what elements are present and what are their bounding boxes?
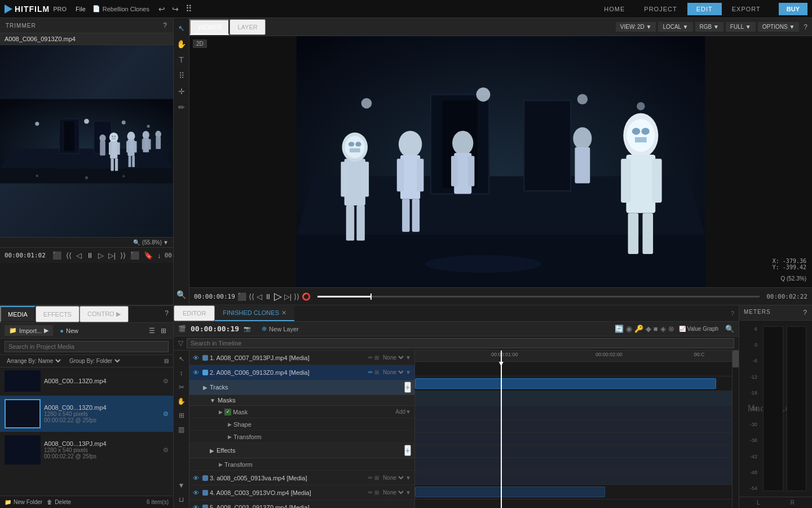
layer-blend-select[interactable]: None	[381, 354, 405, 361]
tab-edit[interactable]: EDIT	[687, 3, 722, 15]
tl-down-btn[interactable]: ▼	[175, 479, 188, 492]
effects-transform-arrow[interactable]: ▶	[219, 462, 223, 467]
layer-row[interactable]: 👁 2. A008_C006_0913Z0.mp4 [Media] ✏ ⊞ No…	[189, 365, 414, 380]
snapshot-icon[interactable]: 📷	[244, 326, 250, 332]
grid-button[interactable]: ⠿	[186, 3, 192, 14]
media-item[interactable]: A008_C00...13PJ.mp4 1280 x 540 pixels 00…	[0, 432, 173, 468]
masks-section-header[interactable]: ▼ Masks	[189, 395, 414, 406]
text-tool-btn[interactable]: T	[175, 53, 188, 67]
tab-editor[interactable]: EDITOR	[174, 305, 215, 321]
group-by-select[interactable]: Group By: Folder	[67, 357, 122, 365]
shape-arrow[interactable]: ▶	[228, 422, 232, 427]
trim-next-btn[interactable]: ⟩⟩	[119, 250, 127, 261]
mask-transform-arrow[interactable]: ▶	[228, 434, 232, 440]
timeline-search-input[interactable]	[187, 338, 734, 348]
editor-help[interactable]: ?	[726, 310, 739, 317]
layer-3-blend-select[interactable]: None	[381, 474, 405, 481]
trim-prev-btn[interactable]: ⟨⟨	[65, 250, 73, 261]
timeline-scrollbar[interactable]	[732, 351, 739, 508]
viewer-trim-in[interactable]: ⬛	[237, 292, 246, 301]
tl-ripple-btn[interactable]: ↕	[175, 367, 188, 379]
new-layer-button[interactable]: ⊕ New Layer	[262, 325, 299, 332]
trim-marker-btn[interactable]: 🔖	[143, 250, 154, 261]
effects-add-button[interactable]: +	[404, 445, 411, 456]
track-row-2[interactable]	[415, 376, 732, 391]
full-option[interactable]: FULL ▼	[726, 22, 756, 32]
layer-row-3[interactable]: 👁 3. a008_c005_0913va.mp4 [Media] ✏ ⊞ No…	[189, 471, 414, 485]
new-folder-button[interactable]: 📁 New Folder	[5, 499, 42, 505]
tl-u-btn[interactable]: ⊔	[175, 493, 188, 506]
viewer-stop[interactable]: ⏸	[264, 292, 272, 301]
view-2d-option[interactable]: VIEW: 2D ▼	[616, 22, 656, 32]
tl-key-btn[interactable]: 🔑	[634, 325, 643, 333]
viewer-step-back[interactable]: ◁	[257, 292, 262, 301]
local-option[interactable]: LOCAL ▼	[658, 22, 692, 32]
track-clip-2[interactable]	[415, 378, 716, 389]
tl-slice-btn[interactable]: ✂	[175, 381, 188, 393]
tab-export[interactable]: EXPORT	[723, 3, 770, 15]
tab-effects[interactable]: EFFECTS	[36, 306, 80, 322]
tl-diamond2-btn[interactable]: ◈	[660, 325, 666, 333]
effects-transform-row[interactable]: ▶ Transform	[189, 458, 414, 471]
layer-dropdown-arrow[interactable]: ▼	[405, 354, 411, 361]
trim-in-btn[interactable]: ⬛	[51, 250, 63, 261]
grid-tool-btn[interactable]: ⠿	[175, 69, 188, 82]
viewer-play[interactable]: ▷	[274, 290, 282, 303]
viewer-help[interactable]: ?	[804, 23, 807, 31]
tl-select-btn[interactable]: ↖	[175, 353, 188, 365]
layer-row-4[interactable]: 👁 4. A008_C003_0913VO.mp4 [Media] ✏ ⊞ No…	[189, 485, 414, 500]
tab-layer[interactable]: LAYER	[230, 19, 265, 35]
tab-home[interactable]: HOME	[595, 3, 634, 15]
undo-button[interactable]: ↩	[156, 3, 167, 15]
trim-stop-btn[interactable]: ⏸	[85, 250, 95, 261]
layer-visibility-eye[interactable]: 👁	[193, 354, 201, 361]
layer-3-eye[interactable]: 👁	[193, 475, 201, 481]
viewer-step-fwd[interactable]: ▷|	[284, 292, 292, 301]
track-row-1[interactable]	[415, 362, 732, 376]
layer-4-blend-select[interactable]: None	[381, 489, 405, 496]
tl-zoom-btn[interactable]: ⊞	[175, 409, 188, 422]
grid-view-btn[interactable]: ⊞	[158, 326, 169, 336]
effects-section-header[interactable]: ▶ Effects +	[189, 443, 414, 458]
arrange-by-select[interactable]: Arrange By: Name	[5, 357, 63, 365]
layer-dropdown-arrow-2[interactable]: ▼	[405, 369, 411, 375]
media-gear-icon-selected[interactable]: ⚙	[163, 410, 169, 418]
trim-step-back-btn[interactable]: ◁	[75, 250, 83, 261]
new-media-button[interactable]: ● New	[56, 326, 82, 336]
media-item[interactable]: A008_C00...13Z0.mp4 ⚙	[0, 367, 173, 395]
track-clip-3[interactable]	[415, 487, 605, 497]
menu-file[interactable]: File	[76, 6, 86, 12]
viewer-next[interactable]: ⟩⟩	[294, 292, 299, 301]
mask-dropdown-icon[interactable]: ▼	[405, 409, 411, 415]
rgb-option[interactable]: RGB ▼	[695, 22, 723, 32]
tl-marker-btn[interactable]: ◉	[626, 325, 632, 333]
mask-row[interactable]: ▶ ✓ Mask Add ▼	[189, 406, 414, 418]
media-item[interactable]: A008_C00...13Z0.mp4 1280 x 540 pixels 00…	[0, 396, 173, 432]
tracks-add-button[interactable]: +	[404, 382, 411, 393]
trimmer-help[interactable]: ?	[163, 21, 167, 29]
redo-button[interactable]: ↪	[170, 3, 181, 15]
tl-media-btn[interactable]: ▥	[175, 423, 188, 436]
trimmer-zoom-dropdown[interactable]: ▼	[163, 239, 169, 246]
delete-button[interactable]: 🗑 Delete	[47, 499, 71, 505]
viewer-prev[interactable]: ⟨⟨	[249, 292, 254, 301]
tab-viewer[interactable]: VIEWER	[189, 19, 230, 35]
mask-checkbox[interactable]: ✓	[224, 409, 231, 415]
viewer-progress-bar[interactable]	[317, 296, 760, 297]
layer-5-eye[interactable]: 👁	[193, 504, 201, 509]
trim-play-btn[interactable]: ▷	[97, 250, 105, 261]
hand-tool-btn[interactable]: ✋	[175, 37, 188, 51]
tab-controls[interactable]: CONTRO ▶	[80, 306, 129, 322]
tab-media[interactable]: MEDIA	[0, 306, 36, 322]
layer-visibility-eye-2[interactable]: 👁	[193, 369, 201, 376]
mask-transform-row[interactable]: ▶ Transform	[189, 431, 414, 443]
tl-square-btn[interactable]: ■	[654, 325, 658, 333]
tab-finished-clones[interactable]: FINISHED CLONES ✕	[215, 306, 294, 321]
timeline-scroll-thumb[interactable]	[732, 351, 739, 367]
select-tool-btn[interactable]: ↖	[175, 21, 188, 35]
trim-step-fwd-btn[interactable]: ▷|	[107, 250, 117, 261]
pen-tool-btn[interactable]: ✏	[175, 100, 188, 114]
value-graph-button[interactable]: 📈 Value Graph	[679, 326, 718, 332]
layer-row[interactable]: 👁 1. A008_C007_0913PJ.mp4 [Media] ✏ ⊞ No…	[189, 351, 414, 365]
layer-4-eye[interactable]: 👁	[193, 489, 201, 496]
